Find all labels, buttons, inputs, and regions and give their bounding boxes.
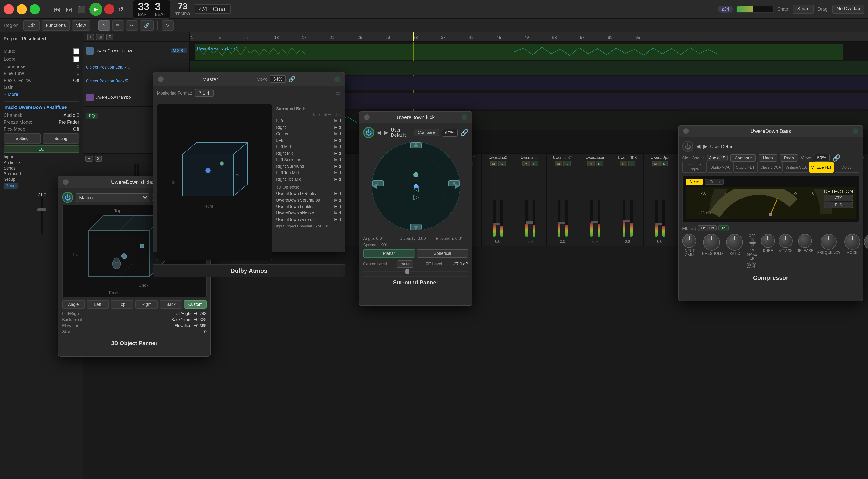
setting-btn-2[interactable]: Setting xyxy=(42,133,79,144)
comp-close[interactable] xyxy=(683,128,689,134)
comp-power-btn[interactable]: ⏻ xyxy=(682,141,693,152)
left-btn[interactable]: Left xyxy=(86,300,109,308)
pencil-tool[interactable]: ✏ xyxy=(112,20,124,30)
monitoring-val[interactable]: 7.1.4 xyxy=(195,89,214,97)
mix-m-btn[interactable]: M xyxy=(85,156,93,162)
ch-m-btn-11[interactable]: M xyxy=(555,161,562,166)
ch-s-btn-10[interactable]: S xyxy=(531,161,538,166)
edit-menu[interactable]: Edit xyxy=(23,20,40,30)
ch-m-btn-12[interactable]: M xyxy=(587,161,594,166)
loop-tool[interactable]: ⟳ xyxy=(161,20,174,30)
comp-type-classic[interactable]: Classic VCA xyxy=(758,162,783,173)
panner-3d-close[interactable] xyxy=(63,179,68,185)
setting-btn-1[interactable]: Setting xyxy=(4,133,40,144)
surround-expand[interactable] xyxy=(462,114,467,120)
makeup-slider[interactable] xyxy=(751,238,753,247)
q-knob[interactable] xyxy=(864,234,868,250)
surround-power-btn[interactable]: ⏻ xyxy=(363,127,374,138)
comp-redo-btn[interactable]: Redo xyxy=(780,154,798,161)
dolby-menu-btn[interactable]: ☰ xyxy=(336,90,341,96)
surround-sidebar-label[interactable]: Surround xyxy=(4,171,79,176)
surround-compare-btn[interactable]: Compare xyxy=(414,129,439,136)
right-btn[interactable]: Right xyxy=(135,300,158,308)
comp-type-vintage-vca[interactable]: Vintage VCA xyxy=(784,162,808,173)
eq-label[interactable]: EQ xyxy=(4,146,79,153)
comp-type-platinum[interactable]: Platinum Digital xyxy=(682,162,707,173)
key-display[interactable]: 4/4 Cmaj xyxy=(195,4,231,14)
top-btn[interactable]: Top xyxy=(111,300,133,308)
makeup-handle[interactable] xyxy=(749,242,756,244)
global-btn[interactable]: ⊞ xyxy=(96,34,104,40)
ch-m-btn-9[interactable]: M xyxy=(490,161,497,166)
knee-knob[interactable] xyxy=(761,234,775,248)
surround-mute-btn[interactable]: mute xyxy=(397,260,413,268)
rewind-button[interactable]: ⏮ xyxy=(52,4,62,14)
ch-s-btn-11[interactable]: S xyxy=(563,161,570,166)
dolby-close[interactable] xyxy=(158,76,163,82)
snap-value[interactable]: Smart xyxy=(793,4,814,14)
comp-expand[interactable] xyxy=(853,128,858,134)
dolby-expand[interactable] xyxy=(334,76,340,82)
cycle-button[interactable]: ↺ xyxy=(116,4,126,14)
surround-next-btn[interactable]: ▶ xyxy=(384,129,388,136)
rls-btn[interactable]: RLS xyxy=(824,202,853,208)
panner-mode-select[interactable]: Manual xyxy=(76,193,149,202)
atk-btn[interactable]: ATK xyxy=(824,195,853,201)
center-level-handle[interactable] xyxy=(405,269,409,274)
planar-btn[interactable]: Planar xyxy=(363,249,415,258)
ratio-knob[interactable] xyxy=(726,234,743,250)
comp-link-btn[interactable]: 🔗 xyxy=(832,154,840,161)
pointer-tool[interactable]: ↖ xyxy=(98,20,110,30)
mix-s-btn[interactable]: S xyxy=(95,156,102,162)
attack-knob[interactable] xyxy=(779,234,793,248)
meter-tab[interactable]: Meter xyxy=(685,179,703,185)
functions-menu[interactable]: Functions xyxy=(41,20,70,30)
comp-type-studio-fet[interactable]: Studio FET xyxy=(733,162,757,173)
record-button[interactable] xyxy=(104,4,115,14)
comp-prev-btn[interactable]: ◀ xyxy=(696,143,700,150)
input-gain-knob[interactable] xyxy=(682,234,696,248)
main-fader-handle[interactable] xyxy=(37,208,46,211)
loop-checkbox[interactable] xyxy=(73,56,79,62)
ch-m-btn-13[interactable]: M xyxy=(620,161,627,166)
surround-close[interactable] xyxy=(364,114,370,120)
ch-s-btn-9[interactable]: S xyxy=(498,161,505,166)
view-menu[interactable]: View xyxy=(72,20,90,30)
ch-s-btn-13[interactable]: S xyxy=(628,161,635,166)
maximize-btn[interactable] xyxy=(30,4,40,14)
s-btn[interactable]: S xyxy=(106,34,114,40)
dolby-link-btn[interactable]: 🔗 xyxy=(288,76,296,82)
comp-type-output[interactable]: Output xyxy=(835,162,859,173)
comp-next-btn[interactable]: ▶ xyxy=(703,143,707,150)
minimize-btn[interactable] xyxy=(17,4,27,14)
surround-link-btn[interactable]: 🔗 xyxy=(460,129,468,136)
back-btn[interactable]: Back xyxy=(160,300,182,308)
freq-knob[interactable] xyxy=(821,234,837,250)
comp-type-studio-vca[interactable]: Studio VCA xyxy=(708,162,732,173)
eraser-tool[interactable]: ✂ xyxy=(126,20,138,30)
listen-btn[interactable]: LISTEN xyxy=(698,225,717,231)
close-btn[interactable] xyxy=(4,4,14,14)
mute-checkbox[interactable] xyxy=(73,48,79,54)
on-btn[interactable]: 1K xyxy=(719,225,729,231)
panner-power-btn[interactable]: ⏻ xyxy=(62,192,73,203)
more-button[interactable]: + More xyxy=(4,92,79,97)
ch-s-btn-12[interactable]: S xyxy=(595,161,603,166)
fast-forward-button[interactable]: ⏭ xyxy=(64,4,74,14)
custom-btn[interactable]: Custom xyxy=(184,300,207,308)
play-button[interactable]: ▶ xyxy=(89,3,102,16)
add-track-button[interactable]: + xyxy=(87,34,94,40)
stop-button[interactable]: ⬛ xyxy=(76,4,88,14)
comp-type-vintage-fet[interactable]: Vintage FET xyxy=(809,162,834,173)
graph-tab[interactable]: Graph xyxy=(705,179,724,185)
read-label[interactable]: Read xyxy=(4,182,18,189)
link-tool[interactable]: 🔗 xyxy=(140,20,154,30)
threshold-knob[interactable] xyxy=(703,234,719,250)
spherical-btn[interactable]: Spherical xyxy=(416,249,468,258)
comp-compare-btn[interactable]: Compare xyxy=(731,154,756,161)
release-knob[interactable] xyxy=(798,234,812,248)
ch-s-btn-14[interactable]: S xyxy=(660,161,668,166)
center-level-slider[interactable] xyxy=(363,271,468,272)
mode-knob[interactable] xyxy=(844,234,860,250)
drag-value[interactable]: No Overlap xyxy=(833,4,864,14)
